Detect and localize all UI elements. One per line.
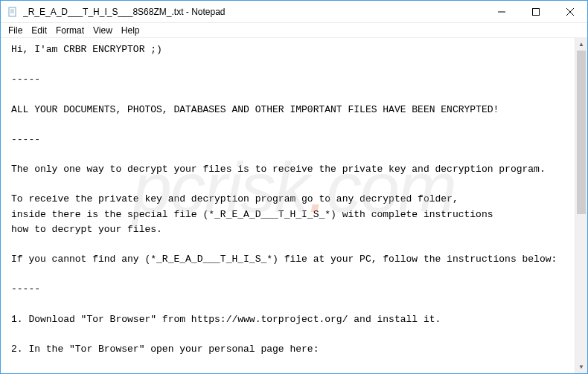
svg-rect-0 [9, 7, 16, 16]
window-controls [485, 1, 587, 22]
scroll-track[interactable] [575, 51, 587, 361]
menu-edit[interactable]: Edit [27, 25, 51, 36]
maximize-button[interactable] [519, 1, 553, 22]
app-icon [7, 6, 19, 18]
minimize-button[interactable] [485, 1, 519, 22]
close-button[interactable] [553, 1, 587, 22]
titlebar: _R_E_A_D___T_H_I_S___8S68ZM_.txt - Notep… [1, 1, 587, 23]
notepad-window: _R_E_A_D___T_H_I_S___8S68ZM_.txt - Notep… [0, 0, 588, 374]
text-area[interactable]: Hi, I'am CRBR ENCRYPTOR ;) ----- ALL YOU… [1, 38, 575, 373]
scroll-thumb[interactable] [577, 51, 586, 214]
menu-view[interactable]: View [89, 25, 117, 36]
menu-help[interactable]: Help [117, 25, 144, 36]
scroll-up-arrow[interactable]: ▲ [575, 38, 587, 51]
scroll-down-arrow[interactable]: ▼ [575, 361, 587, 373]
menu-file[interactable]: File [4, 25, 27, 36]
content-wrapper: Hi, I'am CRBR ENCRYPTOR ;) ----- ALL YOU… [1, 38, 587, 373]
window-title: _R_E_A_D___T_H_I_S___8S68ZM_.txt - Notep… [23, 7, 485, 17]
svg-rect-5 [533, 8, 540, 15]
menubar: File Edit Format View Help [1, 23, 587, 38]
menu-format[interactable]: Format [51, 25, 89, 36]
vertical-scrollbar[interactable]: ▲ ▼ [575, 38, 587, 373]
